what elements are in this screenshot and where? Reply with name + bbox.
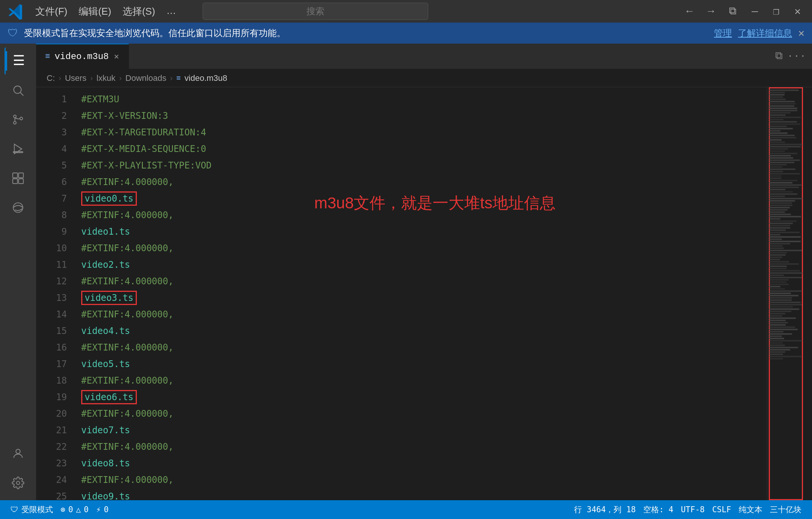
line-number: 12 xyxy=(36,273,74,290)
nav-back-button[interactable]: ← xyxy=(683,4,697,19)
status-file-type[interactable]: 纯文本 xyxy=(736,504,765,515)
breadcrumb-downloads[interactable]: Downloads xyxy=(126,73,167,83)
split-view-icon[interactable]: ⧉ xyxy=(775,50,783,62)
active-tab[interactable]: ≡ video.m3u8 ✕ xyxy=(36,44,129,69)
split-editor-icon[interactable]: ⧉ xyxy=(725,4,740,19)
code-line: #EXTM3U xyxy=(81,91,767,108)
status-right: 行 3464，列 18 空格: 4 UTF-8 CSLF 纯文本 三十亿块 xyxy=(571,504,804,515)
restore-button[interactable]: ❐ xyxy=(769,3,783,19)
notification-close-button[interactable]: ✕ xyxy=(798,27,804,39)
code-line: #EXTINF:4.000000, xyxy=(81,207,767,223)
menu-select[interactable]: 选择(S) xyxy=(123,5,155,18)
line-number: 22 xyxy=(36,439,74,455)
minimize-button[interactable]: — xyxy=(748,4,762,19)
more-actions-icon[interactable]: ··· xyxy=(787,50,806,62)
code-line: video6.ts xyxy=(81,389,767,405)
status-line-endings[interactable]: CSLF xyxy=(709,504,734,515)
breadcrumb-drive[interactable]: C: xyxy=(47,73,55,83)
code-editor[interactable]: #EXTM3U#EXT-X-VERSION:3#EXT-X-TARGETDURA… xyxy=(74,87,767,500)
window-controls: ← → ⧉ — ❐ ✕ xyxy=(683,3,804,19)
line-number: 2 xyxy=(36,108,74,124)
code-line: video5.ts xyxy=(81,356,767,372)
breadcrumb-users[interactable]: Users xyxy=(65,73,86,83)
editor-content[interactable]: 1234567891011121314151617181920212223242… xyxy=(36,87,812,500)
manage-link[interactable]: 管理 xyxy=(714,27,732,39)
line-number: 15 xyxy=(36,323,74,339)
status-restricted-mode[interactable]: 🛡 受限模式 xyxy=(8,504,56,515)
tab-bar-actions: ⧉ ··· xyxy=(769,44,812,69)
line-number: 3 xyxy=(36,124,74,141)
code-line: #EXTINF:4.000000, xyxy=(81,372,767,389)
svg-rect-10 xyxy=(18,179,23,184)
main-layout: ☰ xyxy=(0,44,812,500)
status-spaces[interactable]: 空格: 4 xyxy=(640,504,676,515)
line-number: 1 xyxy=(36,91,74,108)
code-line: #EXT-X-TARGETDURATION:4 xyxy=(81,124,767,141)
svg-rect-9 xyxy=(13,179,18,184)
line-number: 11 xyxy=(36,256,74,273)
code-line: #EXTINF:4.000000, xyxy=(81,306,767,323)
line-numbers: 1234567891011121314151617181920212223242… xyxy=(36,87,74,500)
line-number: 5 xyxy=(36,157,74,174)
svg-rect-7 xyxy=(13,173,18,178)
code-line: video7.ts xyxy=(81,422,767,439)
breadcrumb-sep-2: › xyxy=(90,74,93,82)
nav-forward-button[interactable]: → xyxy=(704,4,718,19)
search-bar xyxy=(203,3,428,20)
code-line: #EXTINF:4.000000, xyxy=(81,472,767,488)
status-errors[interactable]: ⊗ 0 △ 0 xyxy=(58,504,92,515)
breadcrumb: C: › Users › lxkuk › Downloads › ≡ video… xyxy=(36,69,812,87)
minimap xyxy=(767,87,804,500)
status-cursor-position[interactable]: 行 3464，列 18 xyxy=(571,504,639,515)
shield-status-icon: 🛡 xyxy=(11,505,18,514)
breadcrumb-filename[interactable]: video.m3u8 xyxy=(185,73,227,83)
editor-area: ≡ video.m3u8 ✕ ⧉ ··· C: › Users › lxkuk … xyxy=(36,44,812,500)
ports-icon: ⚡ xyxy=(96,505,101,514)
scrollbar-track[interactable] xyxy=(804,87,812,500)
status-bar: 🛡 受限模式 ⊗ 0 △ 0 ⚡ 0 行 3464，列 18 空格: 4 UTF… xyxy=(0,500,812,519)
line-number: 4 xyxy=(36,141,74,157)
close-button[interactable]: ✕ xyxy=(791,3,804,19)
line-number: 14 xyxy=(36,306,74,323)
tab-filename: video.m3u8 xyxy=(55,52,109,62)
sidebar-item-account[interactable] xyxy=(5,440,32,467)
line-number: 10 xyxy=(36,240,74,256)
search-input[interactable] xyxy=(203,3,428,20)
sidebar-item-settings[interactable] xyxy=(5,469,32,496)
status-extra: 三十亿块 xyxy=(767,504,804,515)
ports-count: 0 xyxy=(104,505,109,514)
line-number: 8 xyxy=(36,207,74,223)
breadcrumb-user[interactable]: lxkuk xyxy=(97,73,115,83)
sidebar-item-source-control[interactable] xyxy=(5,106,32,133)
code-line: #EXTINF:4.000000, xyxy=(81,273,767,290)
line-number: 23 xyxy=(36,455,74,472)
menu-file[interactable]: 文件(F) xyxy=(35,5,67,18)
sidebar-item-edge[interactable] xyxy=(5,194,32,221)
code-line: video0.ts xyxy=(81,190,767,207)
warning-icon: △ xyxy=(76,505,81,514)
error-icon: ⊗ xyxy=(61,505,65,514)
sidebar-item-extensions[interactable] xyxy=(5,165,32,192)
status-encoding[interactable]: UTF-8 xyxy=(678,504,707,515)
sidebar-item-run[interactable] xyxy=(5,135,32,162)
menu-more[interactable]: … xyxy=(167,5,176,18)
highlighted-ts-file: video3.ts xyxy=(81,291,137,305)
svg-point-12 xyxy=(16,449,20,454)
menu-edit[interactable]: 编辑(E) xyxy=(79,5,111,18)
sidebar-item-explorer[interactable]: ☰ xyxy=(5,47,32,74)
status-ports[interactable]: ⚡ 0 xyxy=(93,504,112,515)
tab-close-button[interactable]: ✕ xyxy=(113,51,120,62)
line-number: 25 xyxy=(36,488,74,500)
svg-rect-8 xyxy=(18,173,23,178)
line-number: 13 xyxy=(36,290,74,306)
svg-line-1 xyxy=(20,93,23,96)
activity-bar: ☰ xyxy=(0,44,36,500)
line-number: 7 xyxy=(36,190,74,207)
code-line: #EXTINF:4.000000, xyxy=(81,174,767,190)
highlighted-ts-file: video0.ts xyxy=(81,191,137,206)
error-count: 0 xyxy=(68,505,73,514)
line-number: 16 xyxy=(36,339,74,356)
notification-bar: 🛡 受限模式旨在实现安全地浏览代码。信任此窗口以启用所有功能。 管理 了解详细信… xyxy=(0,23,812,44)
sidebar-item-search[interactable] xyxy=(5,77,32,104)
learn-more-link[interactable]: 了解详细信息 xyxy=(738,27,792,39)
